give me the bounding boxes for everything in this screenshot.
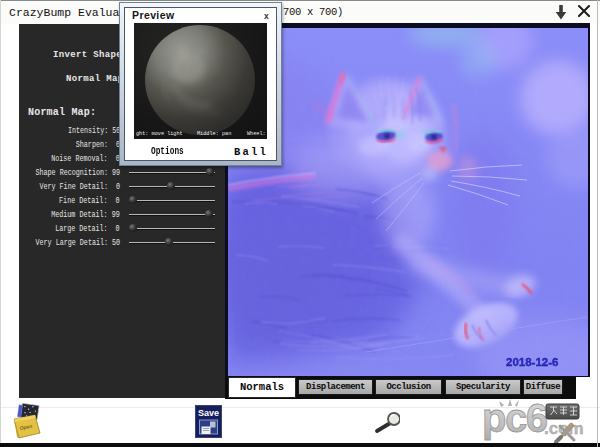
svg-text:2018-12-6: 2018-12-6 [506, 356, 558, 368]
svg-text:pc6: pc6 [482, 396, 547, 440]
svg-text:Middle: pan: Middle: pan [197, 131, 231, 137]
svg-text:ght: move light: ght: move light [136, 131, 183, 137]
svg-text:Save: Save [198, 408, 219, 418]
svg-text:Wheel:: Wheel: [247, 131, 266, 137]
